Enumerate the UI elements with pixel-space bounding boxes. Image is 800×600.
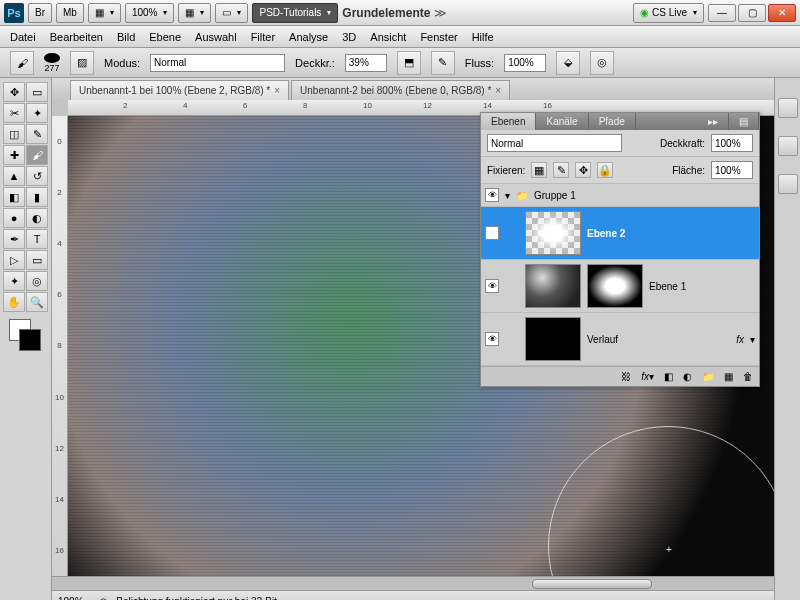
- stamp-tool[interactable]: ▲: [3, 166, 25, 186]
- lasso-tool[interactable]: ✂: [3, 103, 25, 123]
- minimize-button[interactable]: —: [708, 4, 736, 22]
- adjustments-panel-icon[interactable]: [778, 174, 798, 194]
- brush-tool-icon[interactable]: 🖌: [10, 51, 34, 75]
- status-zoom[interactable]: 100%: [58, 596, 84, 600]
- fx-icon[interactable]: fx▾: [641, 371, 654, 382]
- panel-tab-pfade[interactable]: Pfade: [589, 113, 636, 130]
- flow-input[interactable]: [504, 54, 546, 72]
- menu-hilfe[interactable]: Hilfe: [472, 31, 494, 43]
- layer-name[interactable]: Verlauf: [587, 334, 618, 345]
- lock-all-icon[interactable]: 🔒: [597, 162, 613, 178]
- mask-icon[interactable]: ◧: [664, 371, 673, 382]
- layer-thumb[interactable]: [525, 211, 581, 255]
- visibility-icon[interactable]: 👁: [485, 226, 499, 240]
- brush-tool[interactable]: 🖌: [26, 145, 48, 165]
- brush-panel-toggle[interactable]: ▨: [70, 51, 94, 75]
- close-icon[interactable]: ×: [495, 85, 501, 96]
- menu-bild[interactable]: Bild: [117, 31, 135, 43]
- menu-auswahl[interactable]: Auswahl: [195, 31, 237, 43]
- panel-collapse-icon[interactable]: ▸▸: [698, 113, 729, 130]
- swatches-panel-icon[interactable]: [778, 98, 798, 118]
- panel-tab-kanale[interactable]: Kanäle: [536, 113, 588, 130]
- group-icon[interactable]: 📁: [702, 371, 714, 382]
- group-label[interactable]: Gruppe 1: [534, 190, 576, 201]
- layer-mask-thumb[interactable]: [587, 264, 643, 308]
- blend-mode-select-panel[interactable]: [487, 134, 622, 152]
- scrollbar-horizontal[interactable]: [52, 576, 774, 590]
- color-panel-icon[interactable]: [778, 136, 798, 156]
- color-swatches[interactable]: [9, 319, 43, 353]
- close-button[interactable]: ✕: [768, 4, 796, 22]
- wand-tool[interactable]: ✦: [26, 103, 48, 123]
- bridge-button[interactable]: Br: [28, 3, 52, 23]
- marquee-tool[interactable]: ▭: [26, 82, 48, 102]
- visibility-icon[interactable]: 👁: [485, 279, 499, 293]
- visibility-icon[interactable]: 👁: [485, 332, 499, 346]
- close-icon[interactable]: ×: [274, 85, 280, 96]
- lock-move-icon[interactable]: ✥: [575, 162, 591, 178]
- layer-ebene-2[interactable]: 👁 Ebene 2: [481, 207, 759, 260]
- tablet-pressure-icon[interactable]: ✎: [431, 51, 455, 75]
- zoom-tool[interactable]: 🔍: [26, 292, 48, 312]
- crop-tool[interactable]: ◫: [3, 124, 25, 144]
- menu-bearbeiten[interactable]: Bearbeiten: [50, 31, 103, 43]
- menu-datei[interactable]: Datei: [10, 31, 36, 43]
- hand-tool[interactable]: ✋: [3, 292, 25, 312]
- heal-tool[interactable]: ✚: [3, 145, 25, 165]
- chevron-down-icon[interactable]: ▾: [505, 190, 510, 201]
- layer-name[interactable]: Ebene 1: [649, 281, 686, 292]
- menu-ebene[interactable]: Ebene: [149, 31, 181, 43]
- adjustment-icon[interactable]: ◐: [683, 371, 692, 382]
- type-tool[interactable]: T: [26, 229, 48, 249]
- arrange-button[interactable]: ▦: [178, 3, 211, 23]
- doc-tab-2[interactable]: Unbenannt-2 bei 800% (Ebene 0, RGB/8) *×: [291, 80, 510, 100]
- layers-panel[interactable]: Ebenen Kanäle Pfade ▸▸ ▤ Deckkraft: Fixi…: [480, 112, 760, 387]
- menu-analyse[interactable]: Analyse: [289, 31, 328, 43]
- path-select-tool[interactable]: ▷: [3, 250, 25, 270]
- fill-panel-input[interactable]: [711, 161, 753, 179]
- eraser-tool[interactable]: ◧: [3, 187, 25, 207]
- layer-thumb[interactable]: [525, 264, 581, 308]
- lock-paint-icon[interactable]: ✎: [553, 162, 569, 178]
- screen-mode-button[interactable]: ▭: [215, 3, 248, 23]
- dodge-tool[interactable]: ◐: [26, 208, 48, 228]
- chevron-down-icon[interactable]: ▾: [750, 334, 755, 345]
- panel-tab-ebenen[interactable]: Ebenen: [481, 113, 536, 130]
- 3d-camera-tool[interactable]: ◎: [26, 271, 48, 291]
- menu-fenster[interactable]: Fenster: [420, 31, 457, 43]
- doc-tab-1[interactable]: Unbenannt-1 bei 100% (Ebene 2, RGB/8) *×: [70, 80, 289, 100]
- visibility-icon[interactable]: 👁: [485, 188, 499, 202]
- zoom-dropdown[interactable]: 100%: [125, 3, 175, 23]
- menu-3d[interactable]: 3D: [342, 31, 356, 43]
- menu-filter[interactable]: Filter: [251, 31, 275, 43]
- maximize-button[interactable]: ▢: [738, 4, 766, 22]
- menu-ansicht[interactable]: Ansicht: [370, 31, 406, 43]
- minibridge-button[interactable]: Mb: [56, 3, 84, 23]
- history-brush-tool[interactable]: ↺: [26, 166, 48, 186]
- eyedropper-tool[interactable]: ✎: [26, 124, 48, 144]
- layer-thumb[interactable]: [525, 317, 581, 361]
- blend-mode-select[interactable]: [150, 54, 285, 72]
- workspace-more-icon[interactable]: ≫: [434, 6, 447, 20]
- psd-tutorials-button[interactable]: PSD-Tutorials: [252, 3, 338, 23]
- opacity-panel-input[interactable]: [711, 134, 753, 152]
- pen-tool[interactable]: ✒: [3, 229, 25, 249]
- airbrush-icon[interactable]: ⬙: [556, 51, 580, 75]
- cslive-button[interactable]: ◉ CS Live: [633, 3, 704, 23]
- shape-tool[interactable]: ▭: [26, 250, 48, 270]
- layer-ebene-1[interactable]: 👁 Ebene 1: [481, 260, 759, 313]
- blur-tool[interactable]: ●: [3, 208, 25, 228]
- layer-name[interactable]: Ebene 2: [587, 228, 625, 239]
- lock-transparent-icon[interactable]: ▦: [531, 162, 547, 178]
- trash-icon[interactable]: 🗑: [743, 371, 753, 382]
- workspace-label[interactable]: Grundelemente: [342, 6, 430, 20]
- move-tool[interactable]: ✥: [3, 82, 25, 102]
- link-layers-icon[interactable]: ⛓: [621, 371, 631, 382]
- opacity-input[interactable]: [345, 54, 387, 72]
- new-layer-icon[interactable]: ▦: [724, 371, 733, 382]
- fx-badge[interactable]: fx: [736, 334, 744, 345]
- panel-menu-icon[interactable]: ▤: [729, 113, 759, 130]
- tablet-size-icon[interactable]: ◎: [590, 51, 614, 75]
- layer-verlauf[interactable]: 👁 Verlauf fx ▾: [481, 313, 759, 366]
- opacity-pressure-icon[interactable]: ⬒: [397, 51, 421, 75]
